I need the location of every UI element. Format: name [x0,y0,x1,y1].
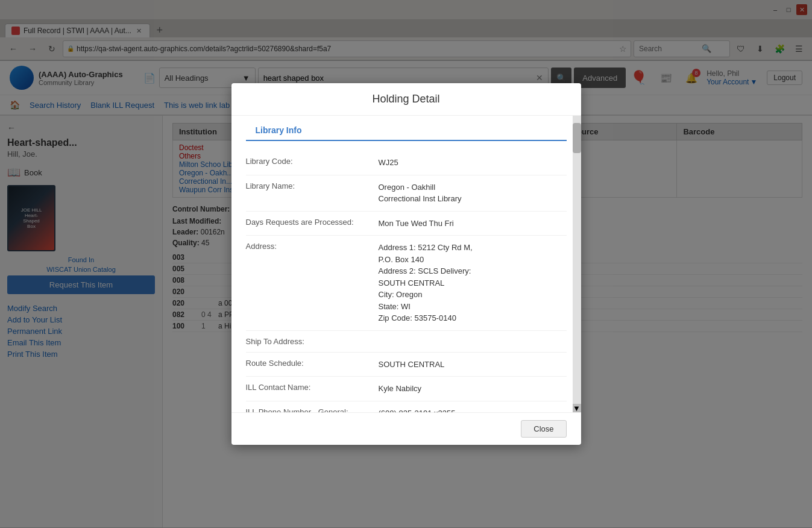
library-name-row: Library Name: Oregon - OakhillCorrection… [246,175,567,212]
modal-scroll-thumb [573,123,581,153]
route-schedule-row: Route Schedule: SOUTH CENTRAL [246,353,567,377]
address-row: Address: Address 1: 5212 Cty Rd M, P.O. … [246,236,567,331]
ill-contact-row: ILL Contact Name: Kyle Nabilcy [246,377,567,401]
modal-scrollbar[interactable]: ▼ [573,116,581,412]
modal-footer: Close [231,412,581,445]
library-info-tab[interactable]: Library Info [246,121,312,141]
modal-body: ▼ Library Info Library Code: WJ25 Librar… [231,116,581,412]
modal-tabs: Library Info [246,116,567,141]
ill-phone-row: ILL Phone Number - General: (608) 835-31… [246,401,567,413]
ship-to-row: Ship To Address: [246,331,567,353]
close-button[interactable]: Close [521,420,566,438]
holding-detail-modal: Holding Detail ▼ Library Info Library Co… [231,83,581,445]
library-code-row: Library Code: WJ25 [246,151,567,175]
scroll-down-arrow[interactable]: ▼ [573,404,581,412]
modal-title: Holding Detail [246,93,567,105]
days-processed-row: Days Requests are Processed: Mon Tue Wed… [246,212,567,236]
modal-overlay: Holding Detail ▼ Library Info Library Co… [0,0,812,527]
modal-header: Holding Detail [231,83,581,116]
